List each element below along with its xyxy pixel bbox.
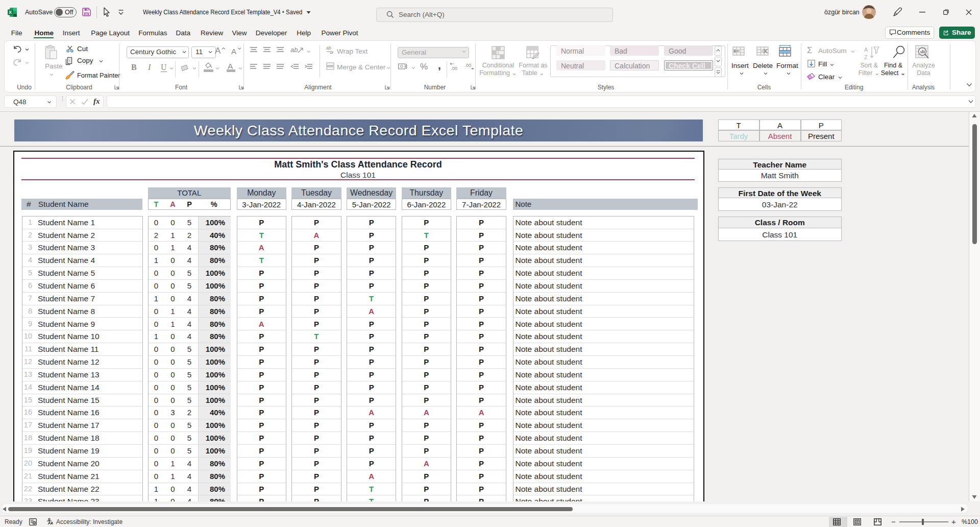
svg-text:Z: Z bbox=[864, 54, 868, 60]
svg-text:.00: .00 bbox=[464, 63, 471, 68]
svg-text:.00: .00 bbox=[451, 65, 457, 71]
svg-text:A: A bbox=[864, 46, 868, 53]
svg-text:ab: ab bbox=[326, 46, 331, 51]
svg-text:X: X bbox=[9, 10, 12, 15]
